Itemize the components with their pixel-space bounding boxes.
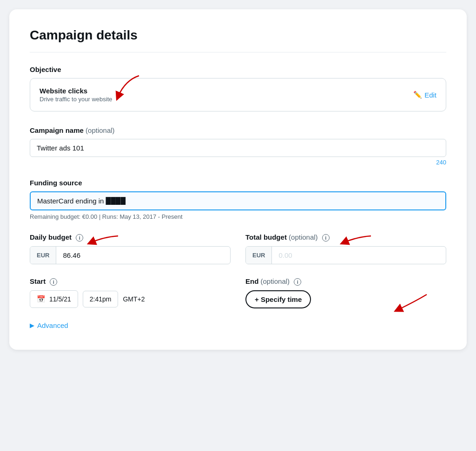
daily-budget-arrow-annotation	[86, 232, 123, 255]
end-section: End (optional) i + Specify time	[245, 277, 446, 308]
page-title: Campaign details	[30, 28, 446, 43]
daily-budget-section: Daily budget i EUR	[30, 233, 231, 264]
start-date-row: 📅 11/5/21 2:41pm GMT+2	[30, 290, 231, 308]
start-timezone: GMT+2	[123, 295, 145, 303]
campaign-name-section: Campaign name (optional) 240	[30, 126, 446, 166]
campaign-details-card: Campaign details Objective Website click…	[9, 9, 467, 350]
total-budget-info-icon: i	[322, 234, 330, 242]
daily-budget-input-group: EUR	[30, 246, 231, 264]
objective-section: Objective Website clicks Drive traffic t…	[30, 65, 446, 111]
start-time-button[interactable]: 2:41pm	[83, 291, 119, 307]
start-info-icon: i	[50, 278, 57, 286]
chevron-right-icon: ▶	[30, 322, 34, 329]
total-budget-arrow-annotation	[338, 232, 376, 255]
objective-label: Objective	[30, 65, 446, 73]
start-date-button[interactable]: 📅 11/5/21	[30, 290, 78, 308]
objective-box-wrapper: Website clicks Drive traffic to your web…	[30, 78, 446, 111]
daily-budget-info-icon: i	[76, 234, 83, 242]
funding-source-section: Funding source Remaining budget: €0.00 |…	[30, 179, 446, 220]
funding-source-input[interactable]	[30, 191, 446, 210]
edit-icon: ✏️	[413, 91, 422, 99]
funding-input-wrapper	[30, 191, 446, 210]
specify-time-button[interactable]: + Specify time	[245, 290, 311, 308]
specify-time-arrow-annotation	[390, 292, 431, 320]
campaign-name-label: Campaign name (optional)	[30, 126, 446, 134]
funding-source-label: Funding source	[30, 179, 446, 187]
start-end-row: Start i 📅 11/5/21 2:41pm GMT+2 End (opti…	[30, 277, 446, 308]
campaign-name-input[interactable]	[30, 139, 446, 157]
objective-text: Website clicks Drive traffic to your web…	[40, 87, 112, 103]
total-budget-currency: EUR	[246, 247, 272, 264]
end-label: End (optional) i	[245, 277, 446, 286]
end-info-icon: i	[294, 278, 301, 286]
budget-row: Daily budget i EUR Total budget	[30, 233, 446, 264]
edit-button[interactable]: ✏️ Edit	[413, 91, 436, 99]
budget-info: Remaining budget: €0.00 | Runs: May 13, …	[30, 213, 446, 220]
daily-budget-currency: EUR	[30, 247, 56, 264]
divider	[30, 52, 446, 52]
end-optional: (optional)	[261, 277, 290, 285]
total-budget-section: Total budget (optional) i EUR	[245, 233, 446, 264]
campaign-name-optional: (optional)	[86, 126, 115, 134]
daily-budget-label: Daily budget i	[30, 233, 231, 242]
total-budget-optional: (optional)	[289, 233, 318, 241]
char-count: 240	[30, 159, 446, 166]
start-label: Start i	[30, 277, 231, 286]
advanced-section[interactable]: ▶ Advanced	[30, 321, 446, 329]
calendar-icon: 📅	[37, 295, 46, 303]
objective-subtitle: Drive traffic to your website	[40, 96, 112, 103]
objective-box: Website clicks Drive traffic to your web…	[30, 78, 446, 111]
daily-budget-value[interactable]	[56, 247, 230, 264]
advanced-label: Advanced	[37, 321, 68, 329]
objective-title: Website clicks	[40, 87, 112, 95]
start-section: Start i 📅 11/5/21 2:41pm GMT+2	[30, 277, 231, 308]
